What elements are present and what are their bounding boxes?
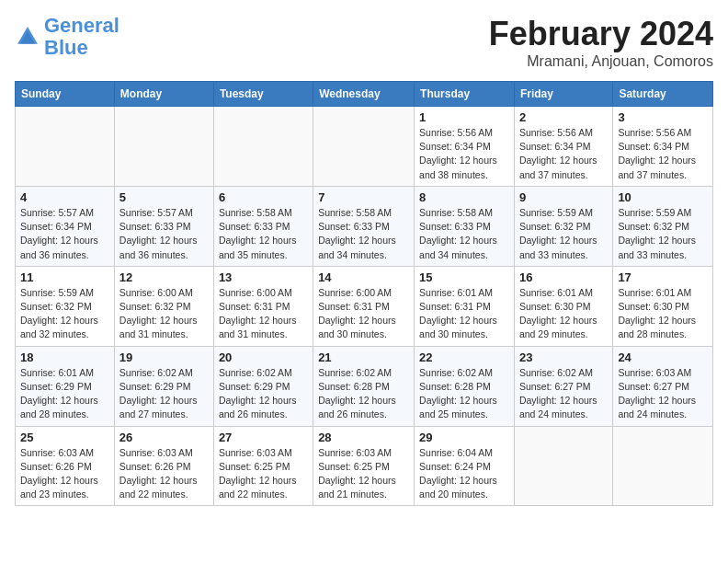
- day-info: Sunrise: 5:59 AM Sunset: 6:32 PM Dayligh…: [519, 206, 608, 262]
- day-number: 7: [318, 190, 409, 204]
- calendar-header: SundayMondayTuesdayWednesdayThursdayFrid…: [16, 82, 713, 107]
- week-row-4: 18Sunrise: 6:01 AM Sunset: 6:29 PM Dayli…: [16, 346, 713, 426]
- day-number: 23: [519, 350, 608, 364]
- header-day-friday: Friday: [514, 82, 612, 107]
- logo-text-line2: Blue: [44, 37, 119, 59]
- day-info: Sunrise: 5:59 AM Sunset: 6:32 PM Dayligh…: [618, 206, 708, 262]
- day-number: 8: [419, 190, 509, 204]
- calendar-cell: [213, 107, 313, 187]
- day-number: 13: [219, 270, 308, 284]
- title-block: February 2024 Mramani, Anjouan, Comoros: [489, 15, 713, 70]
- day-number: 28: [318, 431, 409, 444]
- calendar-cell: 21Sunrise: 6:02 AM Sunset: 6:28 PM Dayli…: [313, 346, 415, 426]
- calendar-cell: 2Sunrise: 5:56 AM Sunset: 6:34 PM Daylig…: [514, 107, 612, 187]
- header-day-wednesday: Wednesday: [313, 82, 415, 107]
- calendar-cell: 28Sunrise: 6:03 AM Sunset: 6:25 PM Dayli…: [313, 426, 415, 506]
- day-number: 5: [119, 190, 209, 204]
- day-info: Sunrise: 6:02 AM Sunset: 6:27 PM Dayligh…: [519, 366, 608, 422]
- day-info: Sunrise: 5:58 AM Sunset: 6:33 PM Dayligh…: [419, 206, 509, 262]
- calendar-cell: 17Sunrise: 6:01 AM Sunset: 6:30 PM Dayli…: [613, 266, 713, 346]
- calendar-cell: 14Sunrise: 6:00 AM Sunset: 6:31 PM Dayli…: [313, 266, 415, 346]
- calendar-cell: [514, 426, 612, 506]
- calendar-cell: 29Sunrise: 6:04 AM Sunset: 6:24 PM Dayli…: [415, 426, 515, 506]
- week-row-3: 11Sunrise: 5:59 AM Sunset: 6:32 PM Dayli…: [16, 266, 713, 346]
- header-row: SundayMondayTuesdayWednesdayThursdayFrid…: [16, 82, 713, 107]
- header-day-thursday: Thursday: [415, 82, 515, 107]
- day-number: 2: [519, 110, 608, 124]
- day-info: Sunrise: 5:58 AM Sunset: 6:33 PM Dayligh…: [318, 206, 409, 262]
- day-number: 24: [618, 350, 708, 364]
- calendar-cell: 18Sunrise: 6:01 AM Sunset: 6:29 PM Dayli…: [16, 346, 115, 426]
- calendar-cell: 23Sunrise: 6:02 AM Sunset: 6:27 PM Dayli…: [514, 346, 612, 426]
- day-number: 21: [318, 350, 409, 364]
- calendar-cell: 3Sunrise: 5:56 AM Sunset: 6:34 PM Daylig…: [613, 107, 713, 187]
- day-number: 14: [318, 270, 409, 284]
- day-number: 6: [219, 190, 308, 204]
- calendar-cell: 24Sunrise: 6:03 AM Sunset: 6:27 PM Dayli…: [613, 346, 713, 426]
- calendar-cell: 15Sunrise: 6:01 AM Sunset: 6:31 PM Dayli…: [415, 266, 515, 346]
- day-number: 29: [419, 431, 509, 444]
- day-info: Sunrise: 5:58 AM Sunset: 6:33 PM Dayligh…: [219, 206, 308, 262]
- calendar-cell: 1Sunrise: 5:56 AM Sunset: 6:34 PM Daylig…: [415, 107, 515, 187]
- calendar-cell: 12Sunrise: 6:00 AM Sunset: 6:32 PM Dayli…: [114, 266, 213, 346]
- day-info: Sunrise: 6:03 AM Sunset: 6:25 PM Dayligh…: [318, 446, 409, 502]
- day-info: Sunrise: 5:57 AM Sunset: 6:33 PM Dayligh…: [119, 206, 209, 262]
- calendar-cell: 8Sunrise: 5:58 AM Sunset: 6:33 PM Daylig…: [415, 186, 515, 266]
- calendar-cell: 27Sunrise: 6:03 AM Sunset: 6:25 PM Dayli…: [213, 426, 313, 506]
- calendar-cell: 19Sunrise: 6:02 AM Sunset: 6:29 PM Dayli…: [114, 346, 213, 426]
- day-info: Sunrise: 5:56 AM Sunset: 6:34 PM Dayligh…: [519, 126, 608, 182]
- day-info: Sunrise: 6:01 AM Sunset: 6:31 PM Dayligh…: [419, 286, 509, 342]
- logo: General Blue: [15, 15, 119, 59]
- day-number: 26: [119, 431, 209, 444]
- calendar-cell: 9Sunrise: 5:59 AM Sunset: 6:32 PM Daylig…: [514, 186, 612, 266]
- calendar-cell: 20Sunrise: 6:02 AM Sunset: 6:29 PM Dayli…: [213, 346, 313, 426]
- day-info: Sunrise: 6:01 AM Sunset: 6:29 PM Dayligh…: [20, 366, 109, 422]
- day-info: Sunrise: 5:56 AM Sunset: 6:34 PM Dayligh…: [618, 126, 708, 182]
- day-number: 1: [419, 110, 509, 124]
- calendar-cell: 7Sunrise: 5:58 AM Sunset: 6:33 PM Daylig…: [313, 186, 415, 266]
- day-number: 17: [618, 270, 708, 284]
- day-number: 22: [419, 350, 509, 364]
- day-number: 19: [119, 350, 209, 364]
- calendar-cell: 11Sunrise: 5:59 AM Sunset: 6:32 PM Dayli…: [16, 266, 115, 346]
- calendar-cell: 25Sunrise: 6:03 AM Sunset: 6:26 PM Dayli…: [16, 426, 115, 506]
- calendar-cell: [114, 107, 213, 187]
- day-info: Sunrise: 6:00 AM Sunset: 6:31 PM Dayligh…: [219, 286, 308, 342]
- day-number: 25: [20, 431, 109, 444]
- week-row-2: 4Sunrise: 5:57 AM Sunset: 6:34 PM Daylig…: [16, 186, 713, 266]
- calendar-title: February 2024: [489, 15, 713, 53]
- day-info: Sunrise: 6:03 AM Sunset: 6:26 PM Dayligh…: [119, 446, 209, 502]
- day-info: Sunrise: 6:02 AM Sunset: 6:28 PM Dayligh…: [318, 366, 409, 422]
- day-info: Sunrise: 6:00 AM Sunset: 6:32 PM Dayligh…: [119, 286, 209, 342]
- day-info: Sunrise: 6:01 AM Sunset: 6:30 PM Dayligh…: [618, 286, 708, 342]
- day-number: 15: [419, 270, 509, 284]
- day-info: Sunrise: 6:00 AM Sunset: 6:31 PM Dayligh…: [318, 286, 409, 342]
- calendar-cell: 4Sunrise: 5:57 AM Sunset: 6:34 PM Daylig…: [16, 186, 115, 266]
- calendar-table: SundayMondayTuesdayWednesdayThursdayFrid…: [15, 81, 713, 506]
- day-number: 12: [119, 270, 209, 284]
- calendar-cell: 10Sunrise: 5:59 AM Sunset: 6:32 PM Dayli…: [613, 186, 713, 266]
- day-info: Sunrise: 6:01 AM Sunset: 6:30 PM Dayligh…: [519, 286, 608, 342]
- calendar-cell: 6Sunrise: 5:58 AM Sunset: 6:33 PM Daylig…: [213, 186, 313, 266]
- day-info: Sunrise: 6:02 AM Sunset: 6:29 PM Dayligh…: [119, 366, 209, 422]
- day-info: Sunrise: 6:03 AM Sunset: 6:27 PM Dayligh…: [618, 366, 708, 422]
- calendar-body: 1Sunrise: 5:56 AM Sunset: 6:34 PM Daylig…: [16, 107, 713, 506]
- day-number: 18: [20, 350, 109, 364]
- day-number: 16: [519, 270, 608, 284]
- logo-text-line1: General: [44, 15, 119, 37]
- day-info: Sunrise: 5:56 AM Sunset: 6:34 PM Dayligh…: [419, 126, 509, 182]
- day-info: Sunrise: 6:02 AM Sunset: 6:28 PM Dayligh…: [419, 366, 509, 422]
- day-info: Sunrise: 6:02 AM Sunset: 6:29 PM Dayligh…: [219, 366, 308, 422]
- day-number: 27: [219, 431, 308, 444]
- header-day-saturday: Saturday: [613, 82, 713, 107]
- header-day-tuesday: Tuesday: [213, 82, 313, 107]
- day-info: Sunrise: 5:59 AM Sunset: 6:32 PM Dayligh…: [20, 286, 109, 342]
- day-info: Sunrise: 5:57 AM Sunset: 6:34 PM Dayligh…: [20, 206, 109, 262]
- calendar-cell: [313, 107, 415, 187]
- calendar-cell: [16, 107, 115, 187]
- day-number: 10: [618, 190, 708, 204]
- calendar-cell: 16Sunrise: 6:01 AM Sunset: 6:30 PM Dayli…: [514, 266, 612, 346]
- calendar-cell: 13Sunrise: 6:00 AM Sunset: 6:31 PM Dayli…: [213, 266, 313, 346]
- day-number: 11: [20, 270, 109, 284]
- page-header: General Blue February 2024 Mramani, Anjo…: [15, 15, 713, 70]
